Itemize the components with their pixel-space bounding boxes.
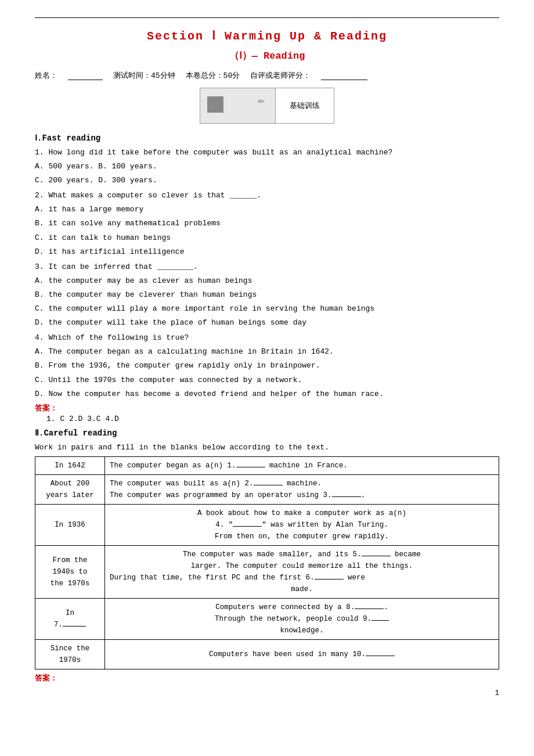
question-4: 4. Which of the following is true? A. Th… <box>35 332 499 400</box>
q2-opt-a: A. it has a large memory <box>35 203 499 216</box>
q1-stem: 1. How long did it take before the compu… <box>35 146 499 159</box>
q3-opt-a: A. the computer may be as clever as huma… <box>35 275 499 287</box>
q2-stem: 2. What makes a computer so clever is th… <box>35 189 499 202</box>
name-label: 姓名： <box>35 70 57 81</box>
page-number: 1 <box>35 689 499 697</box>
table-content-6: Computers have been used in many 10. <box>105 639 499 669</box>
answer-label-2: 答案： <box>35 673 499 683</box>
image-label: 基础训练 <box>276 88 334 123</box>
table-time-6: Since the1970s <box>35 639 105 669</box>
question-1: 1. How long did it take before the compu… <box>35 146 499 187</box>
q2-opt-c: C. it can talk to human beings <box>35 232 499 244</box>
section2-header: Ⅱ.Careful reading <box>35 428 499 438</box>
q2-opt-d: D. it has artificial intelligence <box>35 246 499 258</box>
sub-title: （Ⅰ）— Reading <box>35 49 499 62</box>
self-label: 自评或老师评分： <box>250 70 311 81</box>
q3-opt-b: B. the computer may be cleverer than hum… <box>35 289 499 301</box>
table-content-3: A book about how to make a computer work… <box>105 504 499 545</box>
top-divider <box>35 17 499 18</box>
q4-stem: 4. Which of the following is true? <box>35 332 499 344</box>
table-content-2: The computer was built as a(n) 2. machin… <box>105 474 499 504</box>
name-field[interactable] <box>68 71 103 80</box>
q4-opt-b: B. From the 1936, the computer grew rapi… <box>35 359 499 372</box>
q4-opt-a: A. The computer began as a calculating m… <box>35 345 499 358</box>
q4-opt-c: C. Until the 1970s the computer was conn… <box>35 374 499 387</box>
q3-opt-d: D. the computer will take the place of h… <box>35 316 499 329</box>
question-3: 3. It can be inferred that ________. A. … <box>35 261 499 329</box>
table-content-4: The computer was made smaller, and its 5… <box>105 545 499 598</box>
table-row-1: In 1642 The computer began as a(n) 1. ma… <box>35 456 499 474</box>
table-content-5: Computers were connected by a 8.. Throug… <box>105 598 499 639</box>
section1-header: Ⅰ.Fast reading <box>35 133 499 143</box>
table-row-2: About 200years later The computer was bu… <box>35 474 499 504</box>
image-box: 基础训练 <box>35 88 499 124</box>
table-time-2: About 200years later <box>35 474 105 504</box>
q4-opt-d: D. Now the computer has become a devoted… <box>35 388 499 401</box>
time-label: 测试时间：45分钟 <box>113 70 175 81</box>
answer-content-1: 1. C 2.D 3.C 4.D <box>46 415 499 423</box>
table-row-4: From the1940s tothe 1970s The computer w… <box>35 545 499 598</box>
main-title: Section Ⅰ Warming Up & Reading <box>35 28 499 43</box>
q3-stem: 3. It can be inferred that ________. <box>35 261 499 273</box>
q2-opt-b: B. it can solve any mathematical problem… <box>35 217 499 230</box>
score-field[interactable] <box>321 71 367 80</box>
table-row-6: Since the1970s Computers have been used … <box>35 639 499 669</box>
q3-opt-c: C. the computer will play a more importa… <box>35 303 499 315</box>
table-row-3: In 1936 A book about how to make a compu… <box>35 504 499 545</box>
answer-label-1: 答案： <box>35 403 499 413</box>
table-row-5: In7. Computers were connected by a 8.. T… <box>35 598 499 639</box>
table-time-4: From the1940s tothe 1970s <box>35 545 105 598</box>
question-2: 2. What makes a computer so clever is th… <box>35 189 499 258</box>
table-content-1: The computer began as a(n) 1. machine in… <box>105 456 499 474</box>
q1-opt-cd: C. 200 years. D. 300 years. <box>35 174 499 187</box>
section2-intro: Work in pairs and fill in the blanks bel… <box>35 441 499 454</box>
table-time-5: In7. <box>35 598 105 639</box>
info-line: 姓名： 测试时间：45分钟 本卷总分：50分 自评或老师评分： <box>35 70 499 81</box>
careful-reading-table: In 1642 The computer began as a(n) 1. ma… <box>35 456 499 669</box>
q1-opt-ab: A. 500 years. B. 100 years. <box>35 160 499 173</box>
image-box-inner: 基础训练 <box>200 88 334 124</box>
table-time-1: In 1642 <box>35 456 105 474</box>
image-thumbnail <box>200 88 276 123</box>
total-label: 本卷总分：50分 <box>186 70 240 81</box>
table-time-3: In 1936 <box>35 504 105 545</box>
